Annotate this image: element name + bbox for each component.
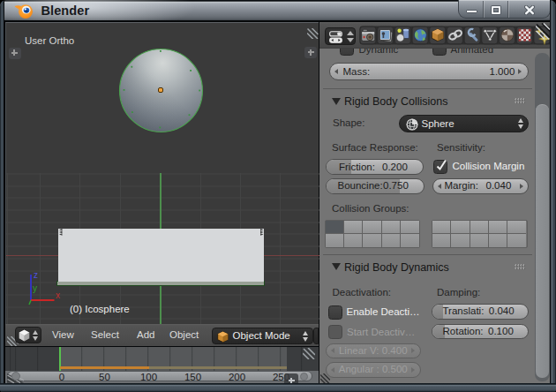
svg-text:z: z bbox=[34, 270, 38, 280]
svg-text:x: x bbox=[56, 290, 60, 300]
svg-text:y: y bbox=[33, 283, 37, 293]
